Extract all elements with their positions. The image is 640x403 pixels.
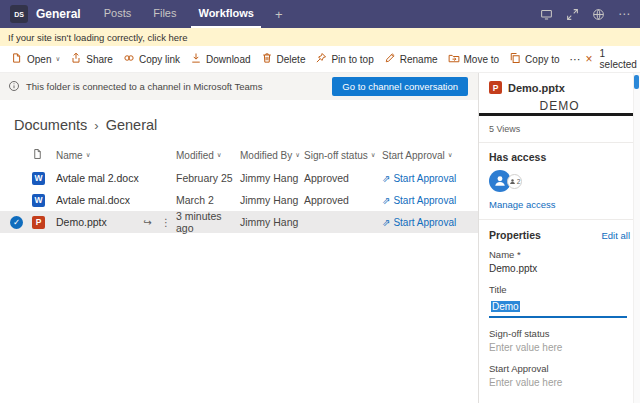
start-approval-link[interactable]: ⇗Start Approval xyxy=(382,217,456,228)
topbar-actions: ⋯ xyxy=(540,7,630,21)
row-hover-actions: ↪ ⋮ xyxy=(144,217,176,228)
chevron-down-icon: ∨ xyxy=(448,151,453,159)
screen-share-icon[interactable] xyxy=(540,8,553,21)
table-row[interactable]: W Avtale mal 2.docx February 25 Jimmy Ha… xyxy=(0,167,478,189)
rename-label: Rename xyxy=(400,54,438,65)
property-approval: Start Approval Enter value here xyxy=(489,363,630,388)
team-avatar[interactable]: DS xyxy=(10,5,28,23)
column-header-modified[interactable]: Modified∨ xyxy=(176,150,240,161)
open-button[interactable]: Open ∨ xyxy=(6,46,65,73)
powerpoint-file-icon: P xyxy=(32,216,45,229)
has-access-title: Has access xyxy=(489,151,630,163)
file-name[interactable]: Avtale mal 2.docx xyxy=(56,172,139,184)
details-scrollbar[interactable] xyxy=(633,73,640,403)
breadcrumb-separator-icon: › xyxy=(94,118,98,133)
selected-count: 1 selected xyxy=(600,48,637,70)
selected-check-icon[interactable]: ✓ xyxy=(10,216,23,229)
modified-date: 3 minutes ago xyxy=(176,210,240,234)
download-icon xyxy=(190,52,202,66)
site-loading-warning-banner[interactable]: If your site isn't loading correctly, cl… xyxy=(0,28,640,46)
start-approval-link[interactable]: ⇗Start Approval xyxy=(382,195,456,206)
breadcrumb-documents[interactable]: Documents xyxy=(14,117,87,133)
modified-date: March 2 xyxy=(176,194,240,206)
share-button[interactable]: Share xyxy=(65,46,118,73)
command-overflow-button[interactable]: ⋯ xyxy=(565,53,586,66)
start-approval-link[interactable]: ⇗Start Approval xyxy=(382,173,456,184)
modified-by: Jimmy Hang xyxy=(240,194,304,206)
content-area: This folder is connected to a channel in… xyxy=(0,73,640,403)
clear-selection-icon[interactable]: × xyxy=(586,52,593,66)
share-icon xyxy=(70,52,82,66)
properties-section: Properties Edit all Name * Demo.pptx Tit… xyxy=(479,220,640,403)
name-value[interactable]: Demo.pptx xyxy=(489,263,630,274)
move-to-button[interactable]: Move to xyxy=(443,46,505,73)
approval-input[interactable]: Enter value here xyxy=(489,377,630,388)
approval-arrow-icon: ⇗ xyxy=(382,217,390,228)
extra-access-count: 2 xyxy=(517,178,521,185)
trash-icon xyxy=(261,52,273,66)
command-bar: Open ∨ Share Copy link Download Delete P… xyxy=(0,46,640,73)
file-name[interactable]: Demo.pptx xyxy=(56,216,107,228)
column-header-start-approval[interactable]: Start Approval∨ xyxy=(382,150,472,161)
signoff-status: Approved xyxy=(304,194,382,206)
tab-posts[interactable]: Posts xyxy=(97,0,139,28)
file-preview-thumbnail[interactable]: DEMO xyxy=(479,99,640,113)
extra-access-avatar[interactable]: 2 xyxy=(507,174,522,189)
pin-to-top-button[interactable]: Pin to top xyxy=(310,46,378,73)
table-row-selected[interactable]: ✓ P Demo.pptx ↪ ⋮ 3 minutes ago Jimmy Ha… xyxy=(0,211,478,233)
signoff-status: Approved xyxy=(304,172,382,184)
name-label: Name * xyxy=(489,249,630,260)
document-icon xyxy=(32,148,43,162)
pin-to-top-label: Pin to top xyxy=(331,54,373,65)
signoff-label: Sign-off status xyxy=(489,328,630,339)
column-header-modified-by[interactable]: Modified By∨ xyxy=(240,150,304,161)
manage-access-link[interactable]: Manage access xyxy=(489,199,630,210)
warning-banner-text: If your site isn't loading correctly, cl… xyxy=(8,32,188,43)
more-options-icon[interactable]: ⋯ xyxy=(618,7,630,21)
preview-slide-title: DEMO xyxy=(540,99,580,113)
expand-icon[interactable] xyxy=(566,8,579,21)
scrollbar-thumb[interactable] xyxy=(634,75,639,89)
has-access-section: Has access 2 Manage access xyxy=(479,143,640,220)
powerpoint-file-icon: P xyxy=(489,81,502,94)
teams-top-bar: DS General Posts Files Workflows + ⋯ xyxy=(0,0,640,28)
go-to-channel-conversation-button[interactable]: Go to channel conversation xyxy=(332,77,468,96)
tab-workflows[interactable]: Workflows xyxy=(191,0,260,28)
modified-by: Jimmy Hang xyxy=(240,172,304,184)
column-header-signoff[interactable]: Sign-off status∨ xyxy=(304,150,382,161)
row-share-icon[interactable]: ↪ xyxy=(144,217,152,228)
edit-all-link[interactable]: Edit all xyxy=(601,230,630,241)
tab-files[interactable]: Files xyxy=(146,0,183,28)
word-file-icon: W xyxy=(32,172,45,185)
title-label: Title xyxy=(489,284,630,295)
details-file-name: Demo.pptx xyxy=(508,82,565,94)
row-more-icon[interactable]: ⋮ xyxy=(161,217,171,228)
folder-banner-text: This folder is connected to a channel in… xyxy=(26,81,262,92)
download-button[interactable]: Download xyxy=(185,46,255,73)
properties-title: Properties xyxy=(489,229,541,241)
table-row[interactable]: W Avtale mal.docx March 2 Jimmy Hang App… xyxy=(0,189,478,211)
channel-folder-banner: This folder is connected to a channel in… xyxy=(0,73,478,100)
file-name[interactable]: Avtale mal.docx xyxy=(56,194,130,206)
globe-icon[interactable] xyxy=(592,8,605,21)
chevron-down-icon: ∨ xyxy=(217,151,222,159)
breadcrumb-general[interactable]: General xyxy=(106,117,158,133)
channel-title: General xyxy=(36,7,81,21)
copy-to-button[interactable]: Copy to xyxy=(504,46,564,73)
breadcrumb: Documents › General xyxy=(0,100,478,143)
file-type-column-header[interactable] xyxy=(32,148,56,162)
title-input[interactable]: Demo xyxy=(489,298,627,318)
modified-date: February 25 xyxy=(176,172,240,184)
copy-link-button[interactable]: Copy link xyxy=(118,46,185,73)
rename-button[interactable]: Rename xyxy=(379,46,443,73)
copy-to-icon xyxy=(509,52,521,66)
access-avatars: 2 xyxy=(489,170,630,192)
column-header-name[interactable]: Name∨ xyxy=(56,150,176,161)
delete-button[interactable]: Delete xyxy=(256,46,311,73)
open-icon xyxy=(11,52,23,66)
signoff-input[interactable]: Enter value here xyxy=(489,342,630,353)
app-window: DS General Posts Files Workflows + ⋯ If … xyxy=(0,0,640,403)
move-to-icon xyxy=(448,52,460,66)
add-tab-button[interactable]: + xyxy=(269,7,289,22)
approval-label: Start Approval xyxy=(489,363,630,374)
